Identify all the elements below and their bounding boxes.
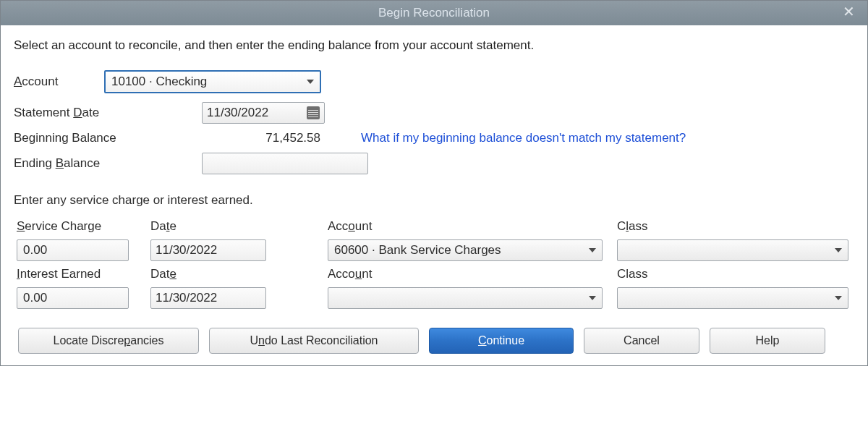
- statement-date-value: 11/30/2022: [207, 106, 268, 120]
- balance-grid: Statement Date 11/30/2022 Beginning Bala…: [14, 102, 854, 174]
- sc-date-header: Date: [150, 219, 320, 234]
- chevron-down-icon: [835, 248, 842, 252]
- button-bar: Locate Discrepancies Undo Last Reconcili…: [14, 323, 854, 355]
- ie-date-header: Date: [150, 267, 320, 281]
- statement-date-label: Statement Date: [14, 106, 202, 120]
- interest-earned-header: Interest Earned: [17, 267, 143, 281]
- charges-grid: Service Charge Date Account Class 0.00 1…: [17, 219, 854, 309]
- service-charge-header: Service Charge: [17, 219, 143, 234]
- sc-account-header: Account: [328, 219, 610, 234]
- service-charge-class-dropdown[interactable]: [617, 239, 848, 261]
- sc-class-header: Class: [617, 219, 868, 234]
- begin-reconciliation-window: Begin Reconciliation ✕ Select an account…: [0, 0, 868, 366]
- titlebar: Begin Reconciliation ✕: [1, 1, 867, 25]
- calendar-icon[interactable]: [307, 106, 320, 119]
- beginning-balance-value: 71,452.58: [202, 131, 325, 145]
- ie-account-header: Account: [328, 267, 610, 281]
- ending-balance-label: Ending Balance: [14, 156, 202, 171]
- interest-earned-account-dropdown[interactable]: [328, 287, 603, 309]
- chevron-down-icon: [835, 296, 842, 300]
- beginning-balance-label: Beginning Balance: [14, 131, 202, 145]
- ie-class-header: Class: [617, 267, 868, 281]
- account-dropdown[interactable]: 10100 · Checking: [104, 70, 321, 93]
- section2-label: Enter any service charge or interest ear…: [14, 193, 854, 208]
- service-charge-input[interactable]: 0.00: [17, 239, 129, 261]
- dialog-content: Select an account to reconcile, and then…: [1, 25, 867, 365]
- ending-balance-input[interactable]: [202, 153, 368, 174]
- help-button[interactable]: Help: [710, 328, 825, 354]
- balance-help-link[interactable]: What if my beginning balance doesn't mat…: [361, 131, 854, 145]
- continue-button[interactable]: Continue: [429, 328, 574, 354]
- close-icon[interactable]: ✕: [840, 4, 857, 21]
- undo-last-reconciliation-button[interactable]: Undo Last Reconciliation: [209, 328, 419, 354]
- chevron-down-icon: [589, 296, 596, 300]
- chevron-down-icon: [589, 248, 596, 252]
- account-label: Account: [14, 75, 104, 89]
- interest-earned-date-input[interactable]: 11/30/2022: [150, 287, 266, 309]
- service-charge-date-input[interactable]: 11/30/2022: [150, 239, 266, 261]
- interest-earned-input[interactable]: 0.00: [17, 287, 129, 309]
- statement-date-input[interactable]: 11/30/2022: [202, 102, 325, 124]
- chevron-down-icon: [307, 80, 314, 84]
- locate-discrepancies-button[interactable]: Locate Discrepancies: [18, 328, 199, 354]
- account-dropdown-value: 10100 · Checking: [111, 75, 207, 89]
- interest-earned-class-dropdown[interactable]: [617, 287, 848, 309]
- service-charge-account-dropdown[interactable]: 60600 · Bank Service Charges: [328, 239, 603, 261]
- account-row: Account 10100 · Checking: [14, 70, 854, 93]
- window-title: Begin Reconciliation: [378, 6, 490, 20]
- instruction-text: Select an account to reconcile, and then…: [14, 38, 854, 53]
- cancel-button[interactable]: Cancel: [584, 328, 699, 354]
